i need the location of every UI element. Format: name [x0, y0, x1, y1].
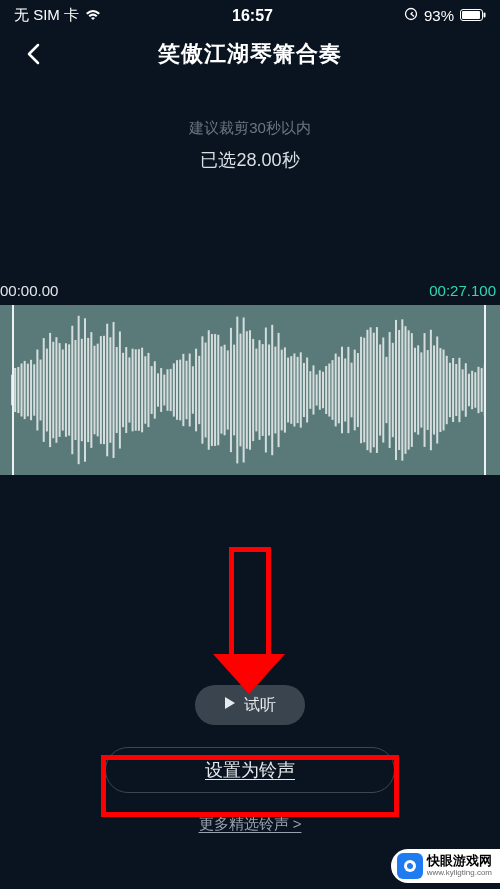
svg-point-156	[411, 862, 414, 865]
page-title: 笑傲江湖琴箫合奏	[12, 39, 488, 69]
time-start: 00:00.00	[0, 282, 58, 299]
time-labels: 00:00.00 00:27.100	[0, 282, 500, 305]
set-ringtone-label: 设置为铃声	[205, 758, 295, 782]
trim-handle-left[interactable]	[12, 305, 14, 475]
play-icon	[224, 696, 236, 714]
waveform-svg	[0, 305, 500, 475]
back-button[interactable]	[18, 39, 48, 69]
status-bar: 无 SIM 卡 16:57 93%	[0, 0, 500, 31]
trim-hint: 建议裁剪30秒以内	[0, 119, 500, 138]
set-ringtone-button[interactable]: 设置为铃声	[105, 747, 395, 793]
selected-duration: 已选28.00秒	[0, 148, 500, 172]
wifi-icon	[85, 7, 101, 24]
trim-handle-right[interactable]	[484, 305, 486, 475]
chevron-left-icon	[26, 43, 40, 65]
more-ringtones-link[interactable]: 更多精选铃声 >	[0, 815, 500, 834]
status-right: 93%	[404, 7, 486, 24]
sim-status: 无 SIM 卡	[14, 6, 79, 25]
watermark-icon	[397, 853, 423, 879]
annotation-arrow	[229, 547, 271, 692]
watermark: 快眼游戏网 www.kyligting.com	[391, 849, 500, 883]
status-time: 16:57	[232, 7, 273, 25]
preview-label: 试听	[244, 695, 276, 716]
waveform[interactable]	[0, 305, 500, 475]
status-left: 无 SIM 卡	[14, 6, 101, 25]
orientation-lock-icon	[404, 7, 418, 24]
battery-icon	[460, 7, 486, 24]
header: 笑傲江湖琴箫合奏	[0, 31, 500, 83]
svg-rect-2	[462, 11, 480, 19]
time-end: 00:27.100	[429, 282, 496, 299]
preview-button[interactable]: 试听	[195, 685, 305, 725]
timeline: 00:00.00 00:27.100	[0, 282, 500, 475]
battery-percent: 93%	[424, 7, 454, 24]
svg-rect-3	[484, 13, 486, 18]
watermark-url: www.kyligting.com	[427, 869, 492, 878]
watermark-title: 快眼游戏网	[427, 854, 492, 868]
